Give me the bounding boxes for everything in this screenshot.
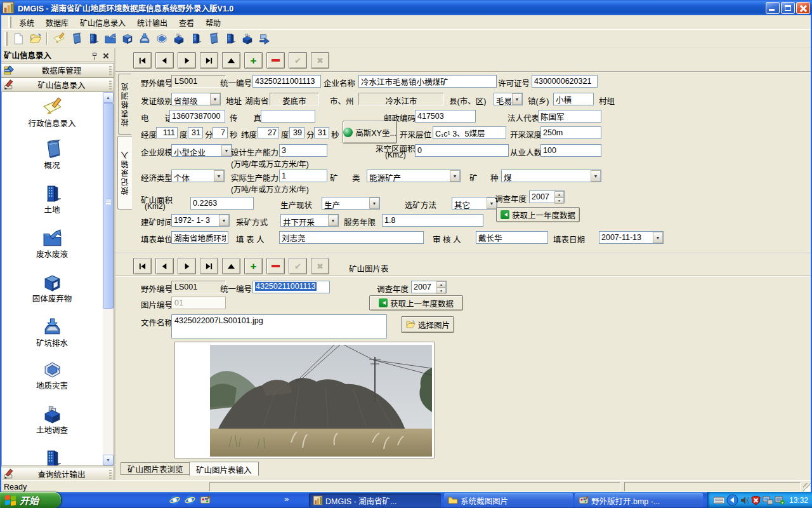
language-bar-icon[interactable] (726, 494, 738, 506)
pin-icon[interactable] (89, 51, 99, 60)
hazard-tool[interactable] (154, 31, 169, 47)
fax-input[interactable] (261, 110, 315, 123)
menu-statistics-output[interactable]: 统计输出 (131, 15, 173, 30)
network-icon[interactable] (763, 496, 773, 505)
sidebar-group-database[interactable]: 数据库管理 (1, 63, 114, 77)
quicklaunch-app-icon[interactable] (200, 495, 211, 505)
get-prev-year-button[interactable]: 获取上一年度数据 (496, 207, 580, 222)
auditor-input[interactable] (476, 231, 548, 244)
built-date-select[interactable]: 1972- 1- 3▼ (171, 214, 230, 227)
enterprise-input[interactable] (358, 75, 497, 88)
sidebar-item-partial[interactable] (2, 448, 102, 466)
nav2-cancel-button[interactable]: ✖ (311, 258, 329, 274)
close-button[interactable] (796, 2, 810, 14)
fill-date-select[interactable]: 2007-11-13▼ (599, 231, 664, 244)
sidebar-group-mine-entry[interactable]: 矿山信息录入 (1, 77, 114, 92)
minimize-button[interactable] (766, 2, 780, 14)
mining-mode-select[interactable]: 井下开采▼ (280, 214, 339, 227)
nav2-delete-button[interactable] (266, 258, 285, 274)
taskbar-window-dmgis[interactable]: DMGIS - 湖南省矿... (309, 493, 441, 507)
mine-area-input[interactable] (190, 197, 254, 210)
taskbar-clock[interactable]: 13:32 (789, 496, 808, 505)
lon-sec-input[interactable] (213, 127, 228, 138)
sidebar-scrollbar[interactable]: ▲ ▼ (103, 92, 114, 465)
scrollbar-thumb[interactable] (103, 103, 114, 309)
scale-select[interactable]: 小型企业▼ (171, 144, 232, 157)
taskbar-window-paint[interactable]: 野外版打开.bmp -... (575, 493, 703, 507)
gauss-xy-button[interactable]: 高斯XY坐... (343, 121, 397, 144)
lon-min-input[interactable] (188, 127, 203, 138)
land-survey-tool[interactable] (171, 31, 187, 47)
ore-kind-select[interactable]: 煤▼ (501, 170, 601, 182)
nav2-next-button[interactable] (178, 258, 196, 274)
lat-deg-input[interactable] (258, 127, 279, 138)
sidebar-group-query-output[interactable]: 查询统计输出 (1, 467, 114, 481)
update-icon[interactable] (775, 496, 785, 505)
sidebar-item-admin-info[interactable]: 行政信息录入 (2, 97, 102, 129)
wastewater-tool[interactable] (102, 31, 118, 47)
nav2-post-button[interactable]: ✔ (289, 258, 307, 274)
postcode-input[interactable] (415, 110, 476, 123)
unified-no-input[interactable] (252, 75, 321, 88)
menu-database[interactable]: 数据库 (40, 15, 74, 30)
service-years-input[interactable] (382, 214, 483, 227)
sidebar-item-drainage[interactable]: 矿坑排水 (2, 317, 102, 349)
tab-picture-browse[interactable]: 矿山图片表浏览 (121, 462, 190, 475)
menu-view[interactable]: 查看 (173, 15, 200, 30)
scroll-up-icon[interactable]: ▲ (103, 92, 114, 103)
nav-refresh-button[interactable] (222, 52, 240, 69)
drainage-tool[interactable] (136, 31, 152, 47)
economic-type-select[interactable]: 个体▼ (171, 170, 225, 182)
menu-help[interactable]: 帮助 (200, 15, 226, 30)
depth-input[interactable] (540, 126, 601, 139)
quicklaunch-ie-icon[interactable] (169, 495, 180, 505)
fill-unit-input[interactable] (171, 231, 228, 244)
security-shield-icon[interactable] (751, 495, 761, 505)
package-tool[interactable] (239, 31, 255, 47)
export-tool[interactable] (256, 31, 272, 47)
tab-record-entry[interactable]: 按记录输入 (117, 136, 132, 210)
goaf-area-input[interactable] (415, 144, 509, 157)
admin-entry-tool[interactable] (51, 31, 67, 47)
nav2-last-button[interactable] (200, 258, 218, 274)
restore-button[interactable] (781, 2, 795, 14)
pic-survey-year-spinner[interactable]: 2007 ▲▼ (411, 281, 447, 293)
nav-next-button[interactable] (178, 52, 196, 69)
tab-picture-input[interactable]: 矿山图片表输入 (189, 462, 259, 476)
nav-add-button[interactable]: + (244, 52, 263, 69)
land-tool[interactable] (85, 31, 101, 47)
sidebar-item-land-survey[interactable]: 土地调查 (2, 404, 102, 436)
cert-level-select[interactable]: 省部级▼ (171, 93, 221, 105)
keyboard-icon[interactable] (714, 497, 724, 504)
nav2-add-button[interactable]: + (244, 258, 263, 274)
open-button[interactable] (27, 31, 43, 47)
actual-capacity-input[interactable] (279, 170, 327, 182)
toolbar-grip[interactable] (4, 32, 8, 46)
scroll-down-icon[interactable]: ▼ (103, 455, 114, 465)
sidebar-item-solid-waste[interactable]: 固体废弃物 (2, 272, 102, 304)
nav-post-button[interactable]: ✔ (289, 52, 307, 69)
sidebar-item-overview[interactable]: 概况 (2, 139, 102, 171)
nav2-prev-button[interactable] (155, 258, 174, 274)
fill-person-input[interactable] (279, 231, 424, 244)
nav-prev-button[interactable] (155, 52, 174, 69)
prod-status-select[interactable]: 生产▼ (322, 197, 380, 210)
buildings-tool[interactable] (222, 31, 238, 47)
new-button[interactable] (10, 31, 26, 47)
nav-last-button[interactable] (200, 52, 218, 69)
pic-get-prev-year-button[interactable]: 获取上一年度数据 (369, 295, 463, 311)
beneficiation-select[interactable]: 其它▼ (452, 197, 497, 210)
nav-delete-button[interactable] (266, 52, 285, 69)
file-name-input[interactable]: 4325022007LS00101.jpg (171, 314, 387, 338)
menubar-grip[interactable] (8, 17, 11, 28)
lat-min-input[interactable] (289, 127, 304, 138)
menu-mine-info-entry[interactable]: 矿山信息录入 (74, 15, 131, 30)
survey-year-spinner[interactable]: 2007 ▲▼ (529, 190, 565, 203)
employees-input[interactable] (540, 144, 601, 157)
start-button[interactable]: 开始 (0, 492, 61, 508)
town-input[interactable] (553, 93, 594, 105)
nav-first-button[interactable] (133, 52, 152, 69)
pic-unified-no-input[interactable]: 43250211001113 (252, 281, 330, 293)
lat-sec-input[interactable] (314, 127, 329, 138)
select-picture-button[interactable]: 选择图片 (401, 316, 454, 333)
